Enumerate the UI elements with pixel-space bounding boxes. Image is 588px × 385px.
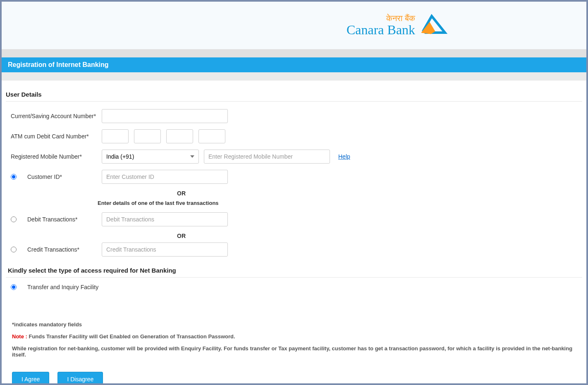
atm-card-input-3[interactable]	[166, 129, 193, 143]
mobile-number-input[interactable]	[204, 150, 330, 164]
credit-transactions-radio[interactable]	[11, 247, 17, 252]
transfer-inquiry-label: Transfer and Inquiry Facility	[27, 284, 98, 290]
country-code-value: India (+91)	[106, 153, 134, 160]
mobile-label: Registered Mobile Number*	[11, 153, 102, 160]
logo-english-text: Canara Bank	[347, 23, 415, 37]
debit-transactions-radio[interactable]	[11, 216, 17, 222]
disclaimer-text: While registration for net-banking, cust…	[12, 345, 576, 358]
credit-transactions-input[interactable]	[102, 242, 228, 257]
mandatory-fields-note: *indicates mandatory fields	[12, 321, 576, 328]
transfer-inquiry-radio[interactable]	[11, 284, 17, 290]
customer-id-radio[interactable]	[11, 174, 17, 180]
atm-card-input-2[interactable]	[134, 129, 161, 143]
header: केनरा बैंक Canara Bank	[2, 2, 586, 49]
user-details-heading: User Details	[6, 91, 582, 102]
account-number-input[interactable]	[102, 109, 228, 123]
note-text: Funds Transfer Facility will Get Enabled…	[29, 333, 235, 340]
page-title: Registration of Internet Banking	[8, 61, 109, 68]
or-text-2: OR	[118, 233, 244, 239]
logo-hindi-text: केनरा बैंक	[347, 14, 415, 23]
disagree-button[interactable]: I Disagree	[57, 372, 103, 385]
account-number-label: Current/Saving Account Number*	[11, 113, 102, 119]
customer-id-input[interactable]	[102, 170, 228, 184]
atm-card-label: ATM cum Debit Card Number*	[11, 133, 102, 140]
or-text-1: OR	[118, 190, 244, 197]
agree-button[interactable]: I Agree	[12, 372, 49, 385]
page-title-bar: Registration of Internet Banking	[2, 57, 586, 72]
access-type-heading: Kindly select the type of access require…	[6, 267, 582, 278]
logo-icon	[419, 14, 448, 37]
debit-transactions-input[interactable]	[102, 212, 228, 226]
transaction-instruction: Enter details of one of the last five tr…	[6, 200, 582, 206]
credit-transactions-label: Credit Transactions*	[27, 246, 102, 253]
country-code-select[interactable]: India (+91)	[102, 150, 199, 164]
chevron-down-icon	[190, 155, 194, 158]
note-label: Note :	[12, 333, 29, 340]
divider-bar-2	[2, 72, 586, 81]
help-link[interactable]: Help	[338, 153, 350, 160]
debit-transactions-label: Debit Transactions*	[27, 216, 102, 223]
customer-id-label: Customer ID*	[27, 173, 102, 180]
atm-card-input-1[interactable]	[102, 129, 129, 143]
atm-card-input-4[interactable]	[198, 129, 225, 143]
divider-bar	[2, 49, 586, 57]
bank-logo: केनरा बैंक Canara Bank	[347, 14, 448, 37]
